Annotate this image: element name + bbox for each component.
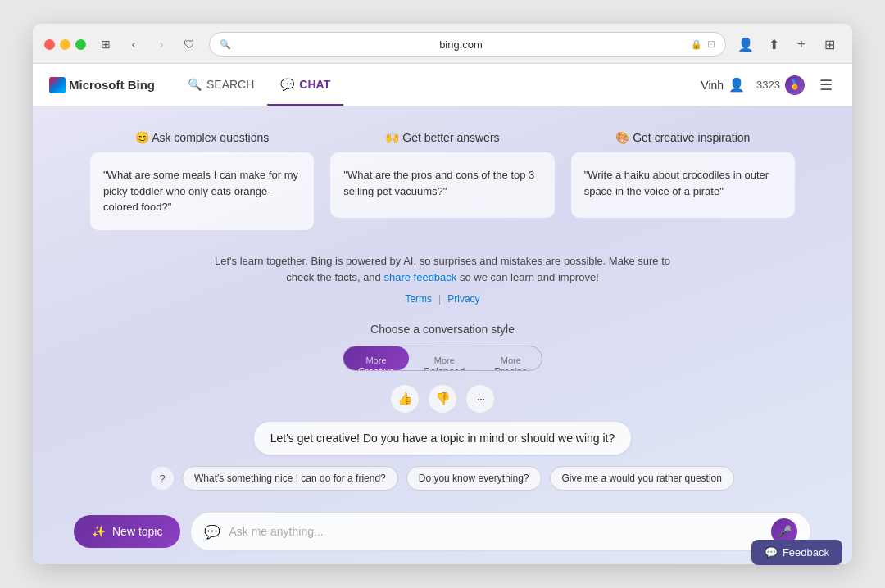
- chat-icon: 💬: [280, 78, 294, 91]
- reader-mode-icon: ⊡: [707, 38, 715, 50]
- card-section-3: 🎨 Get creative inspiration "Write a haik…: [571, 131, 795, 230]
- reaction-row: 👍 👎 ···: [390, 384, 495, 414]
- card-emoji-2: 🙌: [385, 131, 399, 144]
- shield-icon[interactable]: 🛡: [178, 33, 201, 56]
- cards-row: 😊 Ask complex questions "What are some m…: [90, 131, 795, 230]
- input-box[interactable]: 💬 Ask me anything... 🎤: [190, 512, 811, 551]
- reward-count: 3323: [756, 79, 780, 91]
- feedback-label: Feedback: [783, 546, 829, 559]
- maximize-button[interactable]: [75, 39, 86, 50]
- card-emoji-3: 🎨: [615, 131, 629, 144]
- card-section-1: 😊 Ask complex questions "What are some m…: [90, 131, 314, 230]
- creative-label: Creative: [358, 366, 395, 371]
- chat-bubble-icon: 💬: [204, 524, 220, 540]
- search-icon: 🔍: [220, 39, 231, 50]
- user-icon: 👤: [728, 77, 745, 93]
- message-bubble: Let's get creative! Do you have a topic …: [254, 422, 632, 455]
- new-topic-icon: ✨: [92, 525, 106, 538]
- bing-logo[interactable]: Microsoft Bing: [49, 77, 155, 93]
- main-area: 😊 Ask complex questions "What are some m…: [33, 106, 852, 564]
- style-precise[interactable]: More Precise: [479, 346, 542, 370]
- card-header-1: 😊 Ask complex questions: [90, 131, 314, 144]
- conversation-style-label: Choose a conversation style: [370, 323, 515, 336]
- card-body-1[interactable]: "What are some meals I can make for my p…: [90, 152, 314, 230]
- new-topic-button[interactable]: ✨ New topic: [74, 515, 180, 548]
- close-button[interactable]: [44, 39, 55, 50]
- card-body-2[interactable]: "What are the pros and cons of the top 3…: [330, 152, 554, 218]
- feedback-button[interactable]: 💬 Feedback: [751, 540, 842, 565]
- browser-chrome: ⊞ ‹ › 🛡 🔍 bing.com 🔒 ⊡ 👤 ⬆ + ⊞: [33, 24, 852, 64]
- user-name: Vinh: [701, 79, 724, 92]
- precise-label: Precise: [494, 366, 527, 371]
- thumbs-down-button[interactable]: 👎: [428, 384, 457, 414]
- more-options-button[interactable]: ···: [465, 384, 495, 414]
- browser-actions: 👤 ⬆ + ⊞: [734, 33, 841, 56]
- card-emoji-1: 😊: [135, 131, 149, 144]
- card-body-3[interactable]: "Write a haiku about crocodiles in outer…: [571, 152, 795, 218]
- reward-icon: 🏅: [785, 75, 805, 95]
- balanced-more-label: More: [424, 355, 465, 366]
- bing-logo-text: Microsoft Bing: [69, 78, 155, 92]
- forward-button[interactable]: ›: [150, 33, 173, 56]
- menu-button[interactable]: ☰: [816, 73, 836, 97]
- chat-tab-label: CHAT: [299, 78, 330, 91]
- sidebar-toggle-button[interactable]: ⊞: [94, 33, 117, 56]
- question-icon[interactable]: ?: [151, 467, 174, 490]
- thumbs-up-button[interactable]: 👍: [390, 384, 420, 414]
- top-nav: Microsoft Bing 🔍 SEARCH 💬 CHAT Vinh 👤: [33, 64, 852, 106]
- tab-search[interactable]: 🔍 SEARCH: [175, 64, 267, 106]
- reward-badge[interactable]: 3323 🏅: [756, 75, 805, 95]
- style-balanced[interactable]: More Balanced: [409, 346, 479, 370]
- card-header-3: 🎨 Get creative inspiration: [571, 131, 795, 144]
- app-content: Microsoft Bing 🔍 SEARCH 💬 CHAT Vinh 👤: [33, 64, 852, 564]
- lock-icon: 🔒: [691, 39, 702, 50]
- back-button[interactable]: ‹: [122, 33, 145, 56]
- suggestion-chip-3[interactable]: Give me a would you rather question: [550, 466, 734, 491]
- new-topic-label: New topic: [112, 525, 162, 538]
- bing-logo-icon: [49, 77, 66, 93]
- traffic-lights: [44, 39, 86, 50]
- card-section-2: 🙌 Get better answers "What are the pros …: [330, 131, 554, 230]
- suggestion-chip-1[interactable]: What's something nice I can do for a fri…: [182, 466, 398, 491]
- terms-row: Terms | Privacy: [405, 293, 479, 305]
- style-selector: More Creative More Balanced More Precise: [343, 346, 543, 371]
- card-header-2: 🙌 Get better answers: [330, 131, 554, 144]
- new-tab-button[interactable]: +: [790, 33, 813, 56]
- share-feedback-link[interactable]: share feedback: [384, 271, 456, 283]
- profile-button[interactable]: 👤: [734, 33, 757, 56]
- terms-link[interactable]: Terms: [405, 293, 432, 305]
- nav-tabs: 🔍 SEARCH 💬 CHAT: [175, 64, 343, 106]
- tab-chat[interactable]: 💬 CHAT: [267, 64, 343, 106]
- info-text: Let's learn together. Bing is powered by…: [213, 253, 672, 287]
- search-tab-label: SEARCH: [206, 78, 254, 91]
- nav-right: Vinh 👤 3323 🏅 ☰: [701, 73, 836, 97]
- privacy-link[interactable]: Privacy: [447, 293, 479, 305]
- balanced-label: Balanced: [424, 366, 465, 371]
- bottom-bar: ✨ New topic 💬 Ask me anything... 🎤: [74, 504, 811, 564]
- user-info[interactable]: Vinh 👤: [701, 77, 745, 93]
- tabs-button[interactable]: ⊞: [818, 33, 841, 56]
- search-icon: 🔍: [188, 78, 202, 91]
- browser-controls: ⊞ ‹ › 🛡: [94, 33, 201, 56]
- style-creative[interactable]: More Creative: [343, 346, 410, 370]
- suggestion-chip-2[interactable]: Do you know everything?: [406, 466, 542, 491]
- suggestions-row: ? What's something nice I can do for a f…: [151, 466, 734, 491]
- input-placeholder: Ask me anything...: [229, 525, 763, 538]
- share-button[interactable]: ⬆: [762, 33, 785, 56]
- address-bar[interactable]: 🔍 bing.com 🔒 ⊡: [209, 32, 726, 57]
- minimize-button[interactable]: [60, 39, 70, 50]
- feedback-icon: 💬: [765, 546, 778, 559]
- url-text: bing.com: [236, 38, 686, 51]
- creative-more-label: More: [358, 355, 395, 366]
- precise-more-label: More: [494, 355, 527, 366]
